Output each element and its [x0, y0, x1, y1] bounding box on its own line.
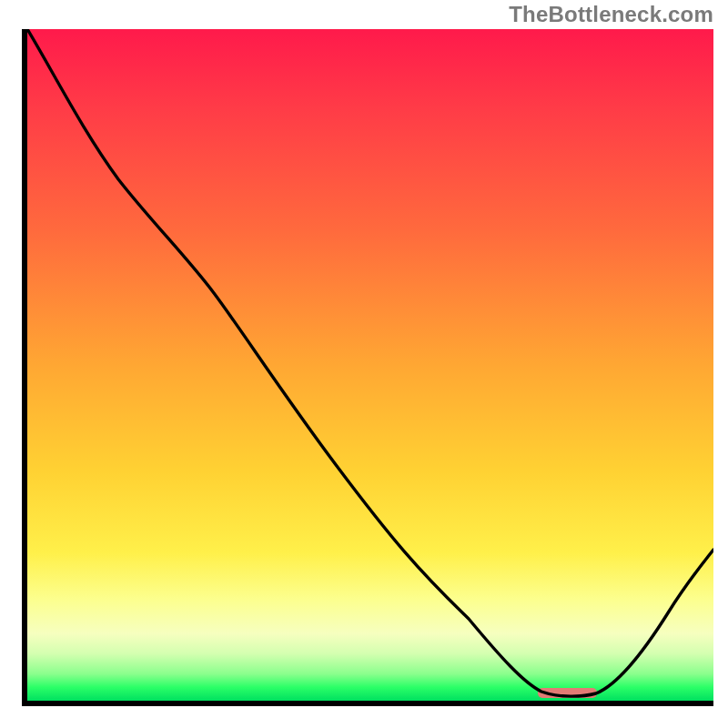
watermark-label: TheBottleneck.com — [509, 2, 713, 27]
bottleneck-curve — [27, 29, 713, 696]
chart-svg — [27, 29, 713, 701]
plot-area — [27, 29, 713, 701]
chart-container: TheBottleneck.com — [0, 0, 728, 728]
